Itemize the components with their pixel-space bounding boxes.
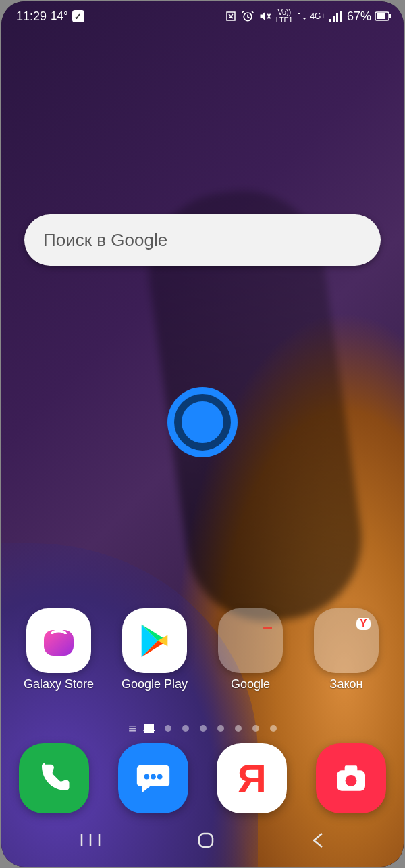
page-dot[interactable] xyxy=(200,725,207,732)
galaxy-store-icon xyxy=(26,608,91,673)
svg-point-11 xyxy=(157,774,162,780)
app-grid-row: Galaxy Store Google Play Google Y Закон xyxy=(15,608,390,691)
svg-point-9 xyxy=(144,774,149,780)
svg-rect-3 xyxy=(336,13,338,22)
page-dot[interactable] xyxy=(270,725,277,732)
status-left: 11:29 14° ✓ xyxy=(16,9,84,24)
home-screen: 11:29 14° ✓ Vo)) LTE1 4G+ 67% xyxy=(1,1,404,867)
dock-yandex-app[interactable]: Я xyxy=(217,743,287,813)
search-input[interactable] xyxy=(43,230,362,251)
svg-rect-7 xyxy=(389,14,391,18)
home-page-icon[interactable] xyxy=(144,724,154,733)
svg-rect-6 xyxy=(377,13,385,19)
svg-rect-1 xyxy=(329,19,331,22)
checkmark-notification-icon: ✓ xyxy=(72,10,84,22)
yandex-icon: Я xyxy=(238,755,267,802)
app-label: Google Play xyxy=(122,677,188,691)
volte-indicator: Vo)) LTE1 xyxy=(276,9,293,24)
svg-rect-8 xyxy=(44,630,74,656)
home-button[interactable] xyxy=(180,825,232,859)
app-label: Galaxy Store xyxy=(24,677,94,691)
clock: 11:29 xyxy=(16,9,47,24)
app-google-play[interactable]: Google Play xyxy=(111,608,198,691)
google-play-icon xyxy=(122,608,187,673)
svg-point-10 xyxy=(151,774,156,780)
alarm-icon xyxy=(241,9,254,23)
folder-icon xyxy=(218,608,283,673)
folder-google[interactable]: Google xyxy=(207,608,294,691)
home-icon xyxy=(197,832,215,849)
mute-icon xyxy=(259,9,272,23)
svg-point-13 xyxy=(346,775,357,786)
back-icon xyxy=(311,832,325,849)
dock-camera-app[interactable] xyxy=(316,743,386,813)
signal-icon xyxy=(329,11,343,22)
status-right: Vo)) LTE1 4G+ 67% xyxy=(225,9,392,24)
recents-icon xyxy=(80,833,101,848)
page-indicator[interactable]: ≡ xyxy=(1,722,404,735)
google-search-widget[interactable] xyxy=(24,214,381,266)
folder-label: Закон xyxy=(330,677,363,691)
battery-percent: 67% xyxy=(347,9,371,24)
folder-label: Google xyxy=(231,677,270,691)
back-button[interactable] xyxy=(294,825,342,859)
svg-rect-2 xyxy=(333,16,335,22)
phone-icon xyxy=(36,760,72,797)
data-type: 4G+ xyxy=(310,12,325,20)
folder-zakon[interactable]: Y Закон xyxy=(302,608,390,691)
dock: Я xyxy=(19,743,386,813)
page-dot[interactable] xyxy=(165,725,171,732)
folder-icon: Y xyxy=(314,608,379,673)
temperature: 14° xyxy=(51,9,68,23)
svg-rect-14 xyxy=(345,765,358,772)
page-dot[interactable] xyxy=(235,725,242,732)
battery-icon xyxy=(375,11,392,21)
status-bar: 11:29 14° ✓ Vo)) LTE1 4G+ 67% xyxy=(1,1,404,31)
touch-cursor-indicator xyxy=(167,387,238,457)
messages-icon xyxy=(134,759,173,798)
app-galaxy-store[interactable]: Galaxy Store xyxy=(15,608,103,691)
page-dot[interactable] xyxy=(252,725,259,732)
svg-rect-18 xyxy=(199,834,213,847)
recents-button[interactable] xyxy=(63,826,118,857)
svg-rect-4 xyxy=(340,11,342,22)
recycle-icon xyxy=(225,10,237,22)
dock-messages-app[interactable] xyxy=(118,743,188,813)
feed-page-icon[interactable]: ≡ xyxy=(128,722,136,735)
dock-phone-app[interactable] xyxy=(19,743,89,813)
page-dot[interactable] xyxy=(217,725,224,732)
page-dot[interactable] xyxy=(182,725,189,732)
data-arrows-icon xyxy=(297,10,306,22)
camera-icon xyxy=(332,759,370,797)
navigation-bar xyxy=(1,823,404,860)
